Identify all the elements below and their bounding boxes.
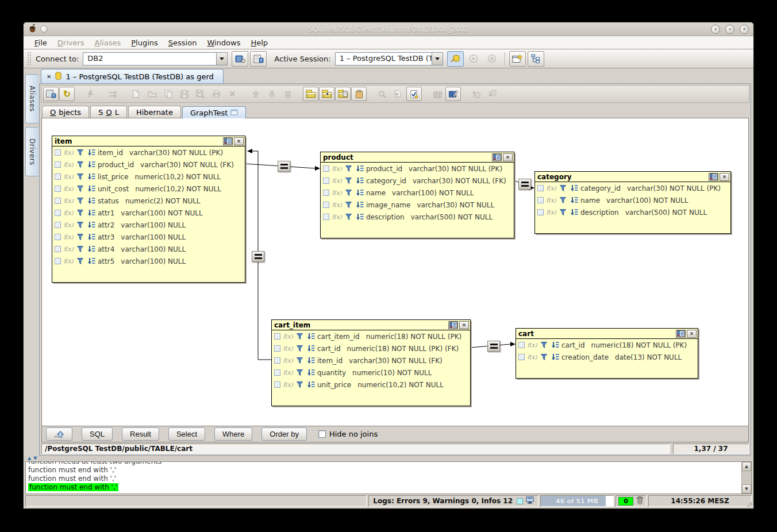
filter-icon[interactable] [295,381,304,388]
new-sql-file-icon[interactable] [128,87,144,101]
close-table-icon[interactable]: ✕ [720,173,729,181]
column-checkbox[interactable] [537,197,544,203]
filter-icon[interactable] [344,165,353,172]
filter-icon[interactable] [344,189,353,196]
function-icon[interactable]: f(x) [546,209,556,215]
execute-sql-icon[interactable] [105,87,121,101]
order-icon[interactable] [87,233,95,241]
window-menu-button[interactable] [40,25,48,33]
connect-alias-combobox[interactable]: DB2 [83,52,228,65]
where-button[interactable]: Where [214,427,252,441]
filter-icon[interactable] [76,209,84,217]
order-columns-icon[interactable] [223,137,233,145]
column-row-image_name[interactable]: f(x)image_namevarchar(30) NOT NULL [321,199,514,211]
order-icon[interactable] [355,177,364,184]
new-sql-tab-icon[interactable] [303,87,318,101]
column-checkbox[interactable] [323,190,329,196]
log-summary[interactable]: Logs: Errors 9, Warnings 0, Infos 12 [368,495,538,507]
filter-icon[interactable] [295,333,304,340]
filter-icon[interactable] [76,149,84,156]
table-category[interactable]: category✕f(x)category_idvarchar(30) NOT … [534,171,731,234]
function-icon[interactable]: f(x) [63,174,74,180]
session-properties-icon[interactable] [43,87,59,101]
shade-button[interactable]: ∨ [711,25,720,34]
column-checkbox[interactable] [537,185,544,191]
order-icon[interactable] [306,333,315,340]
graph-canvas[interactable]: item✕f(x)item_idvarchar(30) NOT NULL (PK… [42,118,748,426]
memory-gauge[interactable]: 46 of 51 MB [540,495,614,507]
filter-icon[interactable] [295,345,304,352]
menu-file[interactable]: File [29,37,52,48]
tab-graphtest[interactable]: GraphTest [182,106,246,118]
active-session-combobox[interactable]: 1 – PostgreSQL TestDB (Tes... [335,52,443,65]
previous-session-icon[interactable] [468,87,484,101]
garbage-collect-icon[interactable] [636,496,644,506]
detach-sql-tab-icon[interactable] [319,87,334,101]
close-table-icon[interactable]: ✕ [234,137,244,145]
order-icon[interactable] [570,196,578,204]
menu-session[interactable]: Session [163,37,202,48]
function-icon[interactable]: f(x) [332,190,342,196]
order-icon[interactable] [551,341,559,349]
run-session-icon[interactable] [466,51,482,67]
filter-icon[interactable] [540,341,548,349]
column-checkbox[interactable] [55,174,61,180]
column-checkbox[interactable] [537,209,544,215]
order-icon[interactable] [87,221,95,229]
column-row-attr5[interactable]: f(x)attr5varchar(100) NULL [52,255,245,267]
filter-icon[interactable] [344,201,353,209]
filter-icon[interactable] [76,233,84,241]
append-sql-file-icon[interactable] [160,87,176,101]
filter-icon[interactable] [76,197,84,205]
function-icon[interactable]: f(x) [332,202,342,208]
order-icon[interactable] [87,209,95,217]
table-product[interactable]: product✕f(x)product_idvarchar(30) NOT NU… [320,152,514,238]
scroll-down-icon[interactable]: ▼ [742,484,751,494]
paste-tab-icon[interactable] [351,87,367,101]
order-icon[interactable] [87,197,95,205]
save-sql-icon[interactable] [176,87,192,101]
column-row-cart_id[interactable]: f(x)cart_idnumeric(18) NOT NULL (PK) (FK… [272,342,470,354]
function-icon[interactable]: f(x) [63,246,74,252]
scroll-to-top-button[interactable] [46,427,72,441]
column-row-unit_price[interactable]: f(x)unit_pricenumeric(10,2) NOT NULL [272,379,470,391]
close-table-icon[interactable]: ✕ [503,153,513,161]
table-title-product[interactable]: product✕ [321,152,514,163]
function-icon[interactable]: f(x) [63,186,74,192]
order-icon[interactable] [87,185,95,192]
close-session-icon[interactable]: ✕ [47,74,51,80]
column-checkbox[interactable] [55,161,61,168]
function-icon[interactable]: f(x) [546,185,556,191]
column-row-attr1[interactable]: f(x)attr1varchar(100) NOT NULL [52,207,245,219]
find-icon[interactable] [374,87,390,101]
column-row-product_id[interactable]: f(x)product_idvarchar(30) NOT NULL (PK) [321,163,514,175]
close-window-button[interactable]: ✕ [740,25,749,34]
resize-grip[interactable] [747,501,752,507]
filter-icon[interactable] [76,185,84,192]
order-icon[interactable] [87,245,95,253]
toolbar-drag-handle[interactable] [27,52,32,65]
function-icon[interactable]: f(x) [283,345,293,352]
result-button[interactable]: Result [122,427,159,441]
order-icon[interactable] [551,353,559,361]
detach-tab-icon[interactable] [230,109,238,117]
previous-sql-icon[interactable] [248,87,263,101]
join-item.product_id-product.product_id[interactable] [278,161,290,172]
function-icon[interactable]: f(x) [527,342,537,348]
create-alias-icon[interactable] [250,51,267,67]
column-checkbox[interactable] [55,149,61,156]
table-title-item[interactable]: item✕ [52,136,245,147]
close-table-icon[interactable]: ✕ [459,321,469,329]
function-icon[interactable]: f(x) [283,357,293,364]
column-row-description[interactable]: f(x)descriptionvarchar(500) NOT NULL [321,211,514,223]
function-icon[interactable]: f(x) [63,161,74,168]
column-row-name[interactable]: f(x)namevarchar(100) NOT NULL [535,194,730,206]
log-line[interactable]: function must end with ',' [28,483,741,492]
next-session-icon[interactable] [484,87,500,101]
filter-icon[interactable] [559,209,567,216]
tab-objects[interactable]: Objects [42,106,89,118]
column-checkbox[interactable] [55,186,61,192]
tab-hibernate[interactable]: Hibernate [128,106,181,118]
column-checkbox[interactable] [274,381,280,388]
filter-icon[interactable] [344,213,353,221]
